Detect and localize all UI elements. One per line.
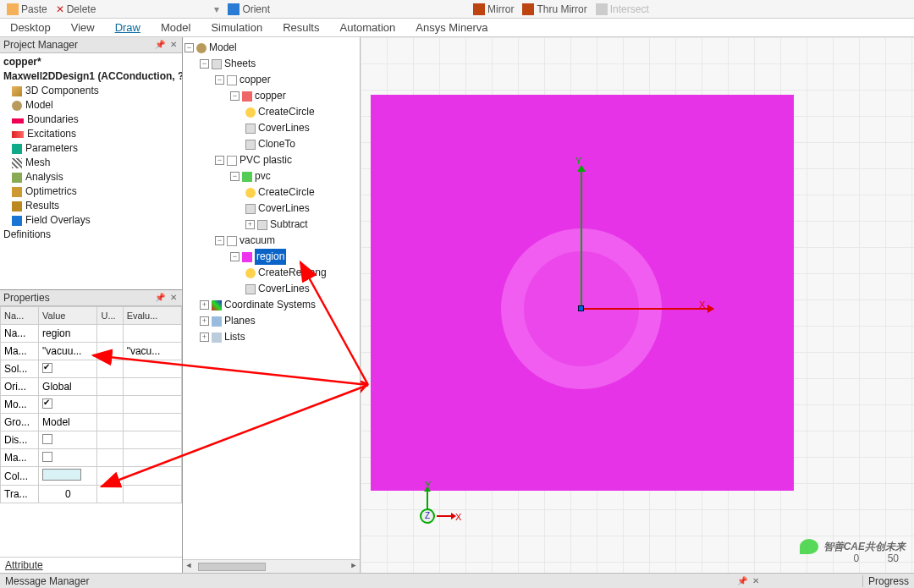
tree-cover-lines-2[interactable]: CoverLines [184, 201, 358, 217]
property-row[interactable]: Gro...Model [1, 414, 182, 431]
delete-button[interactable]: ✕Delete [56, 3, 96, 15]
property-row[interactable]: Ori...Global [1, 378, 182, 396]
property-row[interactable]: Tra...0 [1, 486, 182, 503]
tree-copper-obj[interactable]: −copper [184, 88, 358, 104]
axis-triad[interactable]: Y Z X [405, 480, 464, 539]
modeling-canvas[interactable]: Y X Y Z X 0 50 智善CAE共创未来 [361, 37, 914, 573]
paste-button[interactable]: Paste [7, 3, 47, 15]
pm-node[interactable]: Results [3, 199, 179, 213]
attribute-tab[interactable]: Attribute [0, 557, 182, 573]
pm-node[interactable]: Optimetrics [3, 184, 179, 199]
mirror-button[interactable]: Mirror [473, 3, 514, 15]
close-icon[interactable]: ✕ [751, 576, 761, 586]
pm-node[interactable]: 3D Components [3, 84, 179, 98]
definitions-node[interactable]: Definitions [3, 228, 179, 242]
triad-z-label: Z [420, 508, 435, 524]
y-axis-label: Y [575, 156, 581, 166]
tree-sheets[interactable]: −Sheets [184, 56, 358, 72]
property-row[interactable]: Mo... [1, 396, 182, 414]
project-manager-header: Project Manager 📌 ✕ [0, 37, 182, 53]
progress-label[interactable]: Progress [862, 575, 914, 587]
triad-x-label: X [455, 512, 461, 522]
pm-icon [12, 187, 22, 197]
close-icon[interactable]: ✕ [168, 293, 179, 303]
menu-desktop[interactable]: Desktop [0, 19, 61, 36]
menu-model[interactable]: Model [151, 19, 201, 36]
pm-node[interactable]: Excitations [3, 127, 179, 141]
y-axis [581, 166, 582, 310]
checkbox-icon[interactable] [42, 434, 52, 444]
project-node[interactable]: copper* [3, 55, 179, 69]
property-row[interactable]: Dis... [1, 431, 182, 449]
close-icon[interactable]: ✕ [168, 40, 179, 50]
prop-col-eval[interactable]: Evalu... [123, 307, 181, 325]
menu-minerva[interactable]: Ansys Minerva [405, 19, 498, 36]
pin-icon[interactable]: 📌 [737, 576, 747, 586]
tree-subtract[interactable]: +Subtract [184, 217, 358, 233]
tree-create-circle-2[interactable]: CreateCircle [184, 184, 358, 201]
thru-mirror-button[interactable]: Thru Mirror [522, 3, 586, 15]
menu-bar: Desktop View Draw Model Simulation Resul… [0, 19, 914, 37]
tree-cover-lines[interactable]: CoverLines [184, 120, 358, 136]
property-row[interactable]: Col... [1, 467, 182, 486]
menu-draw[interactable]: Draw [105, 19, 151, 36]
prop-col-value[interactable]: Value [39, 307, 97, 325]
tree-create-rect[interactable]: CreateRectang [184, 265, 358, 281]
project-manager-panel: Project Manager 📌 ✕ copper* Maxwell2DDes… [0, 37, 182, 290]
menu-results[interactable]: Results [273, 19, 329, 36]
pm-icon [12, 118, 24, 124]
tree-pvc-group[interactable]: −PVC plastic [184, 152, 358, 168]
tree-create-circle[interactable]: CreateCircle [184, 104, 358, 120]
tree-coord-sys[interactable]: +Coordinate Systems [184, 297, 358, 313]
pm-icon [12, 173, 22, 183]
menu-automation[interactable]: Automation [329, 19, 405, 36]
checkbox-icon[interactable] [42, 452, 52, 462]
message-manager-label[interactable]: Message Manager [0, 575, 94, 587]
menu-simulation[interactable]: Simulation [201, 19, 273, 36]
pm-icon [12, 131, 24, 138]
pm-node[interactable]: Model [3, 98, 179, 113]
tree-scrollbar[interactable]: ◄► [183, 559, 360, 573]
property-row[interactable]: Ma..."vacuu..."vacu... [1, 343, 182, 360]
tree-lists[interactable]: +Lists [184, 329, 358, 345]
tree-copper-group[interactable]: −copper [184, 72, 358, 88]
intersect-button[interactable]: Intersect [596, 3, 649, 15]
pm-icon [12, 216, 22, 226]
menu-view[interactable]: View [61, 19, 105, 36]
watermark: 智善CAE共创未来 [800, 539, 906, 554]
status-bar: Message Manager 📌✕ Progress [0, 573, 914, 588]
pin-icon[interactable]: 📌 [155, 293, 165, 303]
tree-pvc-obj[interactable]: −pvc [184, 168, 358, 184]
checkbox-icon[interactable] [42, 363, 52, 373]
pm-icon [12, 86, 22, 96]
properties-title: Properties [3, 292, 50, 304]
pm-node[interactable]: Parameters [3, 141, 179, 156]
property-row[interactable]: Sol... [1, 360, 182, 378]
color-swatch[interactable] [42, 469, 81, 481]
tree-model[interactable]: −Model [184, 40, 358, 56]
tree-vacuum-group[interactable]: −vacuum [184, 233, 358, 249]
orient-button[interactable]: Orient [228, 3, 270, 15]
design-node[interactable]: Maxwell2DDesign1 (ACConduction, ??) [3, 69, 179, 84]
pm-icon [12, 201, 22, 212]
pm-node[interactable]: Analysis [3, 170, 179, 184]
checkbox-icon[interactable] [42, 398, 52, 409]
tree-region-obj[interactable]: −region [184, 249, 358, 265]
x-axis [582, 308, 713, 310]
prop-col-name[interactable]: Na... [1, 307, 39, 325]
tree-planes[interactable]: +Planes [184, 313, 358, 329]
tree-clone-to[interactable]: CloneTo [184, 136, 358, 152]
properties-table: Na... Value U... Evalu... Na...regionMa.… [0, 306, 182, 503]
property-row[interactable]: Na...region [1, 325, 182, 343]
pm-node[interactable]: Field Overlays [3, 213, 179, 228]
origin-marker [578, 305, 584, 311]
property-row[interactable]: Ma... [1, 449, 182, 467]
pm-node[interactable]: Mesh [3, 156, 179, 170]
tree-cover-lines-3[interactable]: CoverLines [184, 281, 358, 297]
pm-icon [12, 101, 22, 111]
prop-col-unit[interactable]: U... [97, 307, 123, 325]
model-tree-panel: −Model −Sheets −copper −copper CreateCir… [183, 37, 361, 573]
pm-node[interactable]: Boundaries [3, 113, 179, 127]
pin-icon[interactable]: 📌 [155, 40, 165, 50]
properties-header: Properties 📌 ✕ [0, 290, 182, 306]
